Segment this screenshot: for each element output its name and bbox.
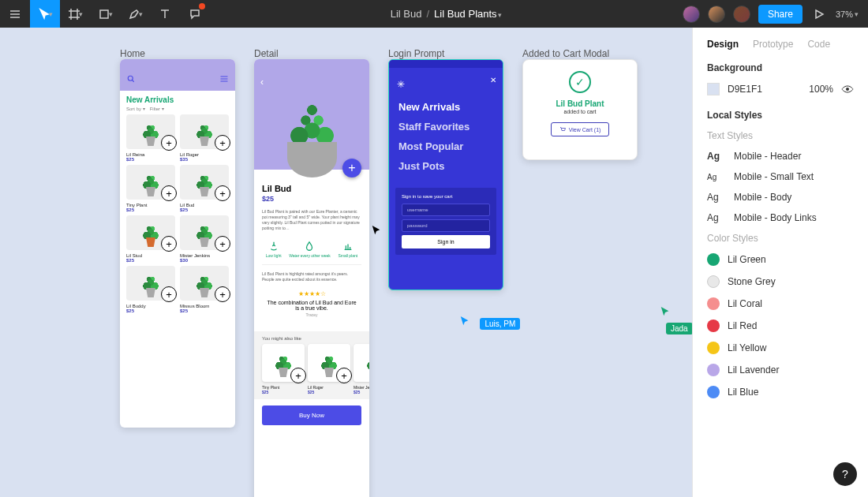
zoom-dropdown[interactable]: 37%▾ [836, 9, 859, 19]
collaborator-label: Luis, PM [480, 318, 520, 330]
product-price: $25 [126, 308, 175, 313]
color-styles-heading: Color Styles [707, 233, 854, 244]
home-frame[interactable]: New Arrivals Sort by ▾ Filter ▾ +Lil Rei… [120, 59, 235, 428]
notification-dot-icon [199, 3, 205, 9]
frame-label-home[interactable]: Home [120, 48, 145, 59]
product-card: +Lil Roger$35 [180, 114, 229, 162]
back-icon: ‹ [260, 77, 264, 88]
product-price: $25 [262, 195, 361, 203]
color-style-item[interactable]: Lil Lavender [707, 364, 854, 376]
product-price: $25 [180, 308, 229, 313]
collaborator-cursor: Luis, PM [459, 316, 520, 330]
login-frame[interactable]: ✳ ✕ New ArrivalsStaff FavoritesMost Popu… [388, 59, 503, 290]
text-styles-heading: Text Styles [707, 130, 854, 141]
nav-link: Just Pots [398, 160, 493, 172]
product-image: + [180, 165, 229, 200]
add-button: + [215, 236, 230, 252]
product-card: +Lil Reina$25 [126, 114, 175, 162]
shape-tool-button[interactable]: ▾ [90, 0, 120, 28]
text-style-item[interactable]: AgMobile - Body [707, 192, 854, 203]
product-description: Lil Bud Plant is paired with our Eore Pl… [262, 209, 361, 231]
svg-point-2 [846, 88, 849, 91]
collaborator-avatar[interactable] [683, 6, 700, 23]
add-button: + [215, 135, 230, 151]
product-image: + [180, 114, 229, 149]
product-card: +Lil Bud$25 [180, 165, 229, 212]
color-style-item[interactable]: Lil Red [707, 320, 854, 332]
modal-frame[interactable]: ✓ Lil Bud Plant added to cart View Cart … [522, 59, 638, 160]
frame-tool-button[interactable]: ▾ [60, 0, 90, 28]
color-style-item[interactable]: Lil Yellow [707, 342, 854, 354]
tab-design[interactable]: Design [707, 39, 739, 50]
text-tool-button[interactable] [150, 0, 180, 28]
product-image [276, 91, 347, 178]
color-style-item[interactable]: Lil Coral [707, 297, 854, 310]
review-author: Tracey [262, 312, 361, 317]
feature-item: Water every other week [289, 241, 331, 258]
mobile-statusbar [120, 59, 235, 67]
review-intro: Lil Bud Plant is highlight rated amongst… [262, 271, 361, 282]
project-folder[interactable]: Lil Bud [391, 8, 422, 20]
text-style-item[interactable]: AgMobile - Header [707, 151, 854, 162]
product-card: +Missus Bloom$25 [180, 266, 229, 313]
main-menu-button[interactable] [0, 0, 30, 28]
detail-frame[interactable]: ‹ + Lil Bud $25 Lil Bud Plant is paired … [254, 59, 369, 497]
color-style-item[interactable]: Stone Grey [707, 275, 854, 288]
color-style-item[interactable]: Lil Blue [707, 386, 854, 398]
sort-dropdown: Sort by ▾ [126, 106, 145, 111]
text-style-item[interactable]: AgMobile - Body Links [707, 212, 854, 223]
tab-code[interactable]: Code [807, 39, 830, 50]
product-image: + [180, 215, 229, 250]
frame-label-login[interactable]: Login Prompt [388, 48, 444, 59]
cart-icon [559, 126, 566, 133]
product-price: $35 [180, 157, 229, 162]
pen-tool-button[interactable]: ▾ [120, 0, 150, 28]
collaborator-cursor: Jada [660, 306, 692, 334]
add-button: + [161, 135, 177, 151]
tab-prototype[interactable]: Prototype [753, 39, 793, 50]
local-styles-heading: Local Styles [707, 110, 854, 121]
help-button[interactable]: ? [833, 462, 857, 486]
add-button: + [161, 185, 177, 201]
share-button[interactable]: Share [758, 5, 803, 24]
collaborator-avatar[interactable] [733, 6, 750, 23]
present-button[interactable] [810, 0, 828, 28]
buy-now-button: Buy Now [262, 405, 361, 425]
logo-icon: ✳ [397, 79, 405, 90]
filter-dropdown: Filter ▾ [150, 106, 164, 111]
text-style-item[interactable]: AgMobile - Small Text [707, 171, 854, 182]
background-swatch[interactable] [707, 83, 720, 95]
feature-item: Low light [266, 241, 282, 258]
suggestion-card: +Lil Roger$25 [308, 344, 350, 394]
collaborator-label: Jada [666, 323, 692, 334]
comment-tool-button[interactable] [180, 0, 210, 28]
password-input: password [402, 219, 490, 232]
svg-point-1 [128, 76, 133, 80]
star-rating: ★★★★☆ [262, 290, 361, 297]
move-tool-button[interactable]: ▾ [30, 0, 60, 28]
add-button: + [161, 286, 177, 302]
add-button: + [215, 185, 230, 201]
review-quote: The combination of Lil Bud and Eore is a… [262, 300, 361, 311]
background-hex-input[interactable]: D9E1F1 [728, 84, 801, 95]
properties-panel: Design Prototype Code Background D9E1F1 … [692, 28, 868, 497]
nav-link: Most Popular [398, 140, 493, 152]
nav-link: Staff Favorites [398, 121, 493, 133]
close-icon: ✕ [490, 76, 496, 84]
color-style-item[interactable]: Lil Green [707, 253, 854, 266]
project-name[interactable]: Lil Bud Plants ▾ [434, 8, 502, 20]
frame-label-modal[interactable]: Added to Cart Modal [522, 48, 609, 59]
collaborator-avatar[interactable] [708, 6, 725, 23]
product-image: + [126, 266, 175, 301]
view-cart-button: View Cart (1) [551, 122, 610, 136]
product-card: +Lil Stud$25 [126, 215, 175, 263]
feature-item: Small plant [338, 241, 357, 258]
background-opacity-input[interactable]: 100% [809, 84, 833, 95]
product-image: + [126, 165, 175, 200]
frame-label-detail[interactable]: Detail [254, 48, 279, 59]
svg-rect-0 [100, 10, 108, 18]
product-price: $30 [180, 258, 229, 263]
visibility-toggle-icon[interactable] [841, 83, 854, 95]
background-heading: Background [707, 62, 854, 73]
form-title: Sign in to save your cart [402, 194, 490, 199]
